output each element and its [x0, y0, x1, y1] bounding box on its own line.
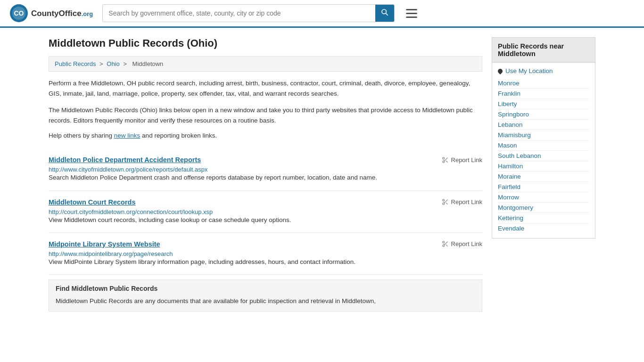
page-title: Middletown Public Records (Ohio) — [49, 37, 482, 49]
breadcrumb-ohio[interactable]: Ohio — [107, 60, 119, 67]
sidebar-nearby-link[interactable]: Moraine — [498, 171, 589, 181]
sidebar-nearby-link[interactable]: Monroe — [498, 78, 589, 88]
hamburger-line-1 — [406, 9, 417, 10]
sidebar-nearby-link[interactable]: South Lebanon — [498, 150, 589, 161]
svg-point-11 — [442, 203, 444, 205]
record-item: Middletown Court Records Report Link htt… — [49, 191, 482, 233]
logo-text: CountyOffice.org — [31, 8, 93, 18]
intro-paragraph-1: Perform a free Middletown, OH public rec… — [49, 78, 482, 99]
record-description: View MidPointe Library System library in… — [49, 257, 482, 267]
record-description: Search Middleton Police Department crash… — [49, 173, 482, 182]
record-url[interactable]: http://court.cityofmiddletown.org/connec… — [49, 208, 213, 215]
sidebar-nearby-link[interactable]: Montgomery — [498, 202, 589, 213]
sidebar-nearby-link[interactable]: Franklin — [498, 88, 589, 99]
sidebar-nearby-link[interactable]: Fairfield — [498, 181, 589, 192]
logo-icon: CO — [9, 4, 28, 23]
svg-line-13 — [446, 203, 447, 204]
sidebar-nearby-link[interactable]: Kettering — [498, 213, 589, 223]
svg-point-5 — [442, 157, 444, 159]
hamburger-line-3 — [406, 16, 417, 18]
intro-paragraph-2: The Middletown Public Records (Ohio) lin… — [49, 105, 482, 125]
record-title[interactable]: Middletown Court Records — [49, 198, 135, 206]
record-item: Midpointe Library System Website Report … — [49, 233, 482, 275]
breadcrumb-middletown: Middletown — [132, 60, 164, 67]
record-item: Middleton Police Department Accident Rep… — [49, 148, 482, 190]
sidebar-nearby-link[interactable]: Hamilton — [498, 161, 589, 171]
svg-text:CO: CO — [14, 9, 24, 17]
breadcrumb-public-records[interactable]: Public Records — [55, 60, 96, 67]
logo[interactable]: CO CountyOffice.org — [9, 4, 93, 23]
sidebar: Public Records near Middletown Use My Lo… — [492, 37, 595, 312]
record-header: Midpointe Library System Website Report … — [49, 240, 482, 248]
sidebar-title: Public Records near Middletown — [492, 37, 595, 63]
record-title[interactable]: Midpointe Library System Website — [49, 240, 160, 248]
sidebar-content: Use My Location MonroeFranklinLibertySpr… — [492, 63, 595, 239]
record-header: Middletown Court Records Report Link — [49, 198, 482, 206]
svg-point-10 — [442, 199, 444, 201]
location-icon — [497, 67, 504, 74]
sidebar-nearby-link[interactable]: Miamisburg — [498, 130, 589, 140]
scissors-icon — [442, 240, 449, 247]
share-line: Help others by sharing new links and rep… — [49, 132, 482, 139]
search-bar — [102, 4, 395, 22]
record-description: View Middletown court records, including… — [49, 215, 482, 225]
svg-line-8 — [446, 161, 447, 162]
svg-point-16 — [442, 245, 444, 247]
find-section: Find Middletown Public Records Middletow… — [49, 280, 482, 312]
record-url[interactable]: http://www.midpointelibrary.org/page/res… — [49, 250, 173, 257]
records-list: Middleton Police Department Accident Rep… — [49, 148, 482, 275]
report-link-button[interactable]: Report Link — [442, 156, 482, 164]
content-area: Middletown Public Records (Ohio) Public … — [49, 37, 482, 312]
use-my-location-link[interactable]: Use My Location — [498, 67, 589, 74]
scissors-icon — [442, 156, 449, 164]
main-wrapper: Middletown Public Records (Ohio) Public … — [39, 28, 605, 312]
svg-line-4 — [386, 13, 388, 16]
report-link-button[interactable]: Report Link — [442, 240, 482, 247]
find-section-title: Find Middletown Public Records — [56, 285, 475, 292]
svg-point-15 — [442, 241, 444, 243]
scissors-icon — [442, 198, 449, 206]
search-icon — [381, 8, 388, 16]
breadcrumb-sep-1: > — [99, 60, 103, 67]
svg-line-18 — [446, 245, 447, 246]
report-link-button[interactable]: Report Link — [442, 198, 482, 206]
new-links-link[interactable]: new links — [114, 132, 140, 139]
svg-point-6 — [442, 161, 444, 163]
sidebar-nearby-link[interactable]: Evendale — [498, 223, 589, 233]
hamburger-line-2 — [406, 13, 417, 14]
hamburger-menu-button[interactable] — [404, 7, 419, 20]
share-before-text: Help others by sharing — [49, 132, 114, 139]
sidebar-nearby-link[interactable]: Lebanon — [498, 119, 589, 130]
share-after-text: and reporting broken links. — [140, 132, 217, 139]
search-button[interactable] — [375, 5, 394, 22]
breadcrumb-sep-2: > — [123, 60, 127, 67]
record-header: Middleton Police Department Accident Rep… — [49, 156, 482, 164]
sidebar-nearby-link[interactable]: Liberty — [498, 99, 589, 109]
sidebar-links: MonroeFranklinLibertySpringboroLebanonMi… — [498, 78, 589, 233]
sidebar-nearby-link[interactable]: Springboro — [498, 109, 589, 119]
breadcrumb: Public Records > Ohio > Middletown — [49, 56, 482, 72]
sidebar-nearby-link[interactable]: Morrow — [498, 192, 589, 202]
record-title[interactable]: Middleton Police Department Accident Rep… — [49, 156, 201, 164]
record-url[interactable]: http://www.cityofmiddletown.org/police/r… — [49, 166, 207, 173]
use-my-location-label: Use My Location — [505, 67, 553, 74]
header: CO CountyOffice.org — [0, 0, 644, 28]
search-input[interactable] — [103, 6, 375, 21]
svg-point-3 — [382, 9, 386, 14]
find-section-desc: Middletown Public Records are any docume… — [56, 296, 475, 306]
sidebar-nearby-link[interactable]: Mason — [498, 140, 589, 150]
